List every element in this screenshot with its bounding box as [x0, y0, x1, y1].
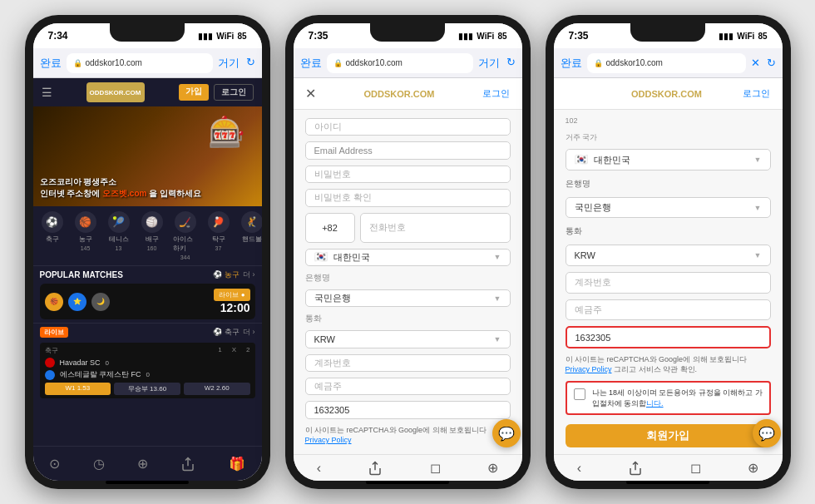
- phone-2: 7:35 ▮▮▮ WiFi 85 완료 🔒 oddskor10.com 거기 ↻…: [285, 15, 531, 489]
- live-filter[interactable]: ⚽ 축구: [213, 327, 240, 338]
- forward-action-3[interactable]: ◻: [690, 460, 701, 476]
- odd-w1[interactable]: W1 1.53: [45, 383, 111, 395]
- email-field[interactable]: Email Address: [305, 141, 511, 159]
- p3-terms-link[interactable]: 니다.: [646, 399, 664, 408]
- score-header-2: 2: [246, 346, 249, 355]
- sport-soccer[interactable]: ⚽ 축구: [40, 211, 65, 260]
- match-info: 라이브 ● 12:00: [214, 289, 249, 314]
- modal-header-3: ODDSKOR.COM 로그인: [554, 78, 783, 110]
- share-action-2[interactable]: [368, 461, 383, 476]
- password-field[interactable]: 비밀번호: [305, 166, 511, 183]
- modal-login-link-3[interactable]: 로그인: [743, 87, 770, 100]
- recaptcha-notice: 이 사이트는 reCAPTCHA와 Google에 의해 보호됩니다 Priva…: [305, 425, 511, 446]
- p3-country-label: 거주 국가: [566, 132, 771, 143]
- p3-terms-checkbox-row: 나는 18세 이상이며 모든용어와 규정을 이해하고 가입절차에 동의합니다.: [566, 381, 771, 415]
- browser-bar-3: 완료 🔒 oddskor10.com ✕ ↻: [554, 48, 783, 78]
- url-bar-3[interactable]: 🔒 oddskor10.com: [587, 53, 746, 73]
- match-row-header: 축구 1 X 2: [45, 346, 250, 355]
- referral-code-field[interactable]: 1632305: [305, 401, 511, 418]
- url-bar-2[interactable]: 🔒 oddskor10.com: [327, 53, 473, 73]
- share-icon: [180, 457, 195, 472]
- share-icon-1[interactable]: 거기: [218, 56, 240, 71]
- bottom-home[interactable]: ⊙: [49, 456, 60, 472]
- tabs-action-2[interactable]: ⊕: [487, 460, 498, 476]
- login-button-nav[interactable]: 로그인: [214, 84, 254, 101]
- volleyball-icon: 🏐: [141, 211, 163, 233]
- account-name-field[interactable]: 예금주: [305, 378, 511, 395]
- hero-text: 오즈코리아 평생주소 인터넷 주소창에 오즈벳.com 을 입력하세요: [40, 176, 201, 200]
- menu-icon: 🎁: [229, 456, 245, 472]
- country-select[interactable]: 🇰🇷 대한민국 ▼: [305, 249, 511, 266]
- url-bar-1[interactable]: 🔒 oddskor10.com: [67, 53, 213, 73]
- sport-basketball[interactable]: 🏀 농구 145: [73, 211, 98, 260]
- team1-score: 0: [106, 359, 109, 367]
- phone-prefix-field[interactable]: +82: [305, 213, 355, 243]
- search-icon: ⊕: [137, 456, 148, 472]
- modal-logo: ODDSKOR.COM: [364, 89, 435, 99]
- back-button-1[interactable]: 완료: [40, 56, 62, 71]
- status-icons-3: ▮▮▮ WiFi 85: [719, 32, 767, 41]
- refresh-icon-3[interactable]: ↻: [767, 57, 776, 69]
- p3-country-select[interactable]: 🇰🇷 대한민국 ▼: [566, 149, 771, 170]
- userid-field[interactable]: 아이디: [305, 118, 511, 136]
- hamburger-icon[interactable]: ☰: [42, 86, 52, 99]
- join-submit-button[interactable]: 회원가입: [566, 424, 771, 447]
- country-chevron: ▼: [494, 253, 501, 261]
- p3-privacy-link[interactable]: Privacy Policy: [566, 365, 612, 373]
- privacy-link-2[interactable]: Privacy Policy: [305, 436, 352, 444]
- chat-fab-2[interactable]: 💬: [492, 419, 521, 447]
- p3-currency-select[interactable]: KRW ▼: [566, 245, 771, 266]
- sport-handball[interactable]: 🤾 핸드볼: [240, 211, 262, 260]
- share-icon-2[interactable]: 거기: [478, 56, 500, 71]
- odd-draw[interactable]: 무승부 13.60: [114, 383, 180, 395]
- bottom-search[interactable]: ⊕: [137, 456, 148, 472]
- sport-volleyball[interactable]: 🏐 배구 160: [140, 211, 165, 260]
- phone1-content: ☰ ODDSKOR.COM 가입 로그인 🎰 오즈코리아 평생주소 인터넷 주소…: [33, 78, 262, 446]
- chat-fab-3[interactable]: 💬: [753, 419, 781, 447]
- sports-filter[interactable]: ⚽ 농구: [213, 269, 240, 280]
- bank-select[interactable]: 국민은행 ▼: [305, 289, 511, 307]
- odd-w2[interactable]: W2 2.60: [184, 383, 250, 395]
- clock-icon: ◷: [93, 456, 105, 472]
- back-action-3[interactable]: ‹: [577, 461, 581, 476]
- forward-action-2[interactable]: ◻: [430, 460, 441, 476]
- p3-account-name[interactable]: 예금주: [566, 299, 771, 321]
- password-confirm-field[interactable]: 비밀번호 확인: [305, 189, 511, 206]
- close-icon-3[interactable]: ✕: [751, 57, 760, 69]
- tabs-action-3[interactable]: ⊕: [748, 460, 758, 476]
- p3-terms-checkbox[interactable]: [574, 388, 585, 400]
- team1-name: Havadar SC: [60, 358, 101, 367]
- p3-bank-select[interactable]: 국민은행 ▼: [566, 197, 771, 219]
- p3-terms-label: 나는 18세 이상이며 모든용어와 규정을 이해하고 가입절차에 동의합니다.: [592, 388, 763, 408]
- bottom-menu[interactable]: 🎁: [229, 456, 245, 472]
- modal-login-link[interactable]: 로그인: [482, 87, 510, 100]
- join-button-nav[interactable]: 가입: [179, 84, 209, 101]
- currency-select[interactable]: KRW ▼: [305, 330, 511, 348]
- share-action-3[interactable]: [628, 461, 643, 476]
- sport-label-volleyball: 배구: [146, 235, 159, 244]
- more-link[interactable]: 더 ›: [243, 269, 255, 280]
- bottom-clock[interactable]: ◷: [93, 456, 105, 472]
- wifi-icon-3: WiFi: [737, 32, 754, 41]
- refresh-icon-2[interactable]: ↻: [506, 56, 516, 71]
- lock-icon-1: 🔒: [73, 59, 82, 67]
- refresh-icon-1[interactable]: ↻: [246, 56, 255, 71]
- match-score: 12:00: [214, 301, 249, 314]
- bottom-share[interactable]: [180, 457, 195, 472]
- sport-label-icehockey: 아이스 하키: [173, 235, 198, 253]
- sport-tennis[interactable]: 🎾 테니스 13: [106, 211, 131, 260]
- tabletennis-count: 37: [215, 245, 222, 251]
- p3-referral-highlighted[interactable]: 1632305: [566, 326, 771, 348]
- live-more[interactable]: 더 ›: [243, 327, 255, 338]
- sport-icehockey[interactable]: 🏒 아이스 하키 344: [173, 211, 198, 260]
- p3-account-number[interactable]: 계좌번호: [566, 272, 771, 294]
- modal-close-button[interactable]: ✕: [305, 86, 316, 101]
- sport-label-handball: 핸드볼: [242, 235, 262, 244]
- sport-tabletennis[interactable]: 🏓 탁구 37: [206, 211, 231, 260]
- back-button-3[interactable]: 완료: [561, 56, 582, 71]
- account-number-field[interactable]: 계좌번호: [305, 354, 511, 372]
- screen-content-1: ☰ ODDSKOR.COM 가입 로그인 🎰 오즈코리아 평생주소 인터넷 주소…: [33, 78, 262, 446]
- phone-number-field[interactable]: 전화번호: [360, 213, 511, 243]
- back-button-2[interactable]: 완료: [300, 56, 322, 71]
- back-action-2[interactable]: ‹: [317, 461, 321, 476]
